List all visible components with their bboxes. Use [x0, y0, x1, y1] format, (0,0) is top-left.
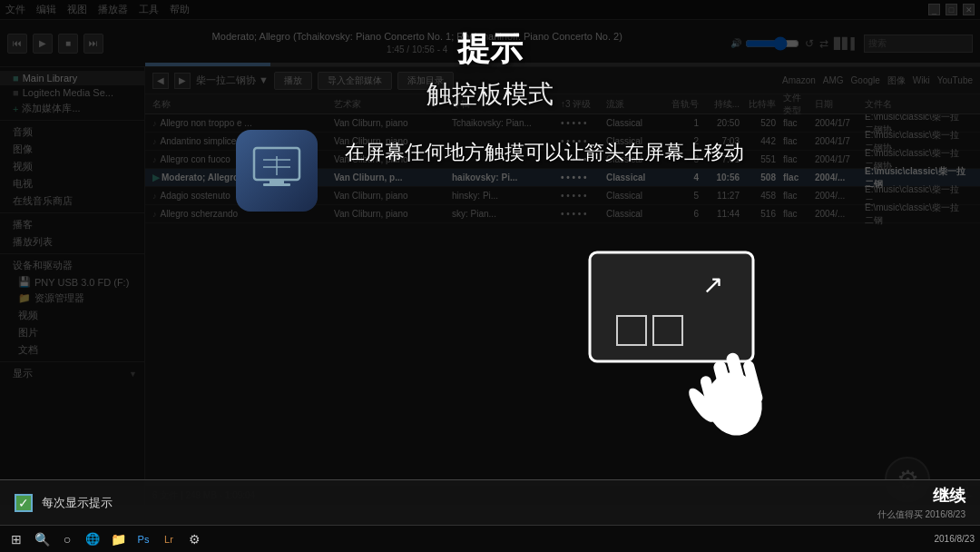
overlay-icon — [236, 130, 318, 212]
overlay-description: 在屏幕任何地方触摸可以让箭头在屏幕上移动 — [345, 130, 744, 167]
taskbar-cortana-button[interactable]: ○ — [56, 528, 78, 550]
app-window: 文件 编辑 视图 播放器 工具 帮助 _ □ ✕ ⏮ ▶ ■ ⏭ Moderat… — [0, 0, 980, 552]
continue-button[interactable]: 继续 — [933, 485, 965, 507]
show-again-label: 每次显示提示 — [42, 495, 113, 511]
overlay-content: 在屏幕任何地方触摸可以让箭头在屏幕上移动 — [200, 130, 780, 212]
taskbar-settings-icon[interactable]: ⚙ — [183, 528, 205, 550]
overlay: 提示 触控板模式 在屏幕任何地方触摸可以让箭头在屏幕上移动 — [0, 0, 980, 525]
trackpad-illustration: ↗ — [572, 225, 799, 452]
overlay-title: 提示 — [457, 27, 523, 72]
taskbar-search-button[interactable]: 🔍 — [31, 528, 53, 550]
taskbar-lr-icon[interactable]: Lr — [158, 528, 180, 550]
overlay-subtitle: 触控板模式 — [426, 77, 554, 112]
taskbar: ⊞ 🔍 ○ 🌐 📁 Ps Lr ⚙ 2016/8/23 — [0, 525, 980, 552]
overlay-bottom-bar: ✓ 每次显示提示 继续 什么值得买 2016/8/23 — [0, 479, 980, 525]
svg-rect-2 — [263, 183, 290, 186]
taskbar-start-button[interactable]: ⊞ — [5, 528, 27, 550]
svg-rect-1 — [270, 180, 284, 183]
taskbar-time: 2016/8/23 — [935, 534, 975, 544]
taskbar-chrome-icon[interactable]: 🌐 — [82, 528, 103, 550]
trackpad-mode-svg — [250, 143, 304, 198]
trackpad-hand-svg: ↗ — [572, 225, 826, 461]
svg-text:↗: ↗ — [702, 271, 723, 299]
continue-btn-area: 继续 什么值得买 2016/8/23 — [877, 485, 965, 521]
taskbar-photoshop-icon[interactable]: Ps — [132, 528, 154, 550]
show-again-checkbox[interactable]: ✓ — [15, 494, 33, 512]
taskbar-file-explorer-icon[interactable]: 📁 — [107, 528, 129, 550]
watermark: 什么值得买 2016/8/23 — [877, 508, 965, 521]
